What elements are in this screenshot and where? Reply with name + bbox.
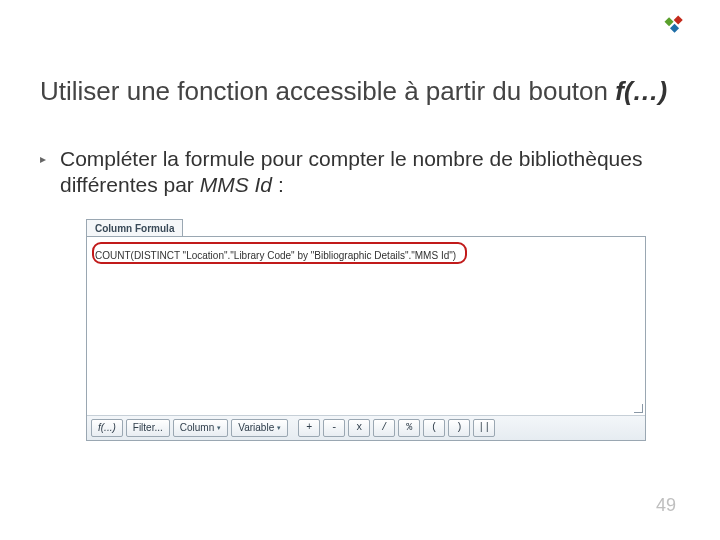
formula-panel: COUNT(DISTINCT "Location"."Library Code"… xyxy=(86,236,646,441)
op-minus-button[interactable]: - xyxy=(323,419,345,437)
variable-label: Variable xyxy=(238,422,274,434)
bullet-emph: MMS Id xyxy=(200,173,272,196)
op-rparen-button[interactable]: ) xyxy=(448,419,470,437)
op-lparen-button[interactable]: ( xyxy=(423,419,445,437)
formula-toolbar: f(...) Filter... Column▾ Variable▾ + - x… xyxy=(87,415,645,440)
chevron-down-icon: ▾ xyxy=(217,424,221,432)
op-divide-button[interactable]: / xyxy=(373,419,395,437)
op-label: % xyxy=(406,422,412,434)
formula-row: COUNT(DISTINCT "Location"."Library Code"… xyxy=(95,245,637,263)
fn-button[interactable]: f(...) xyxy=(91,419,123,437)
bullet-prefix: Compléter la formule pour compter le nom… xyxy=(60,147,642,196)
logo-icon xyxy=(664,14,686,36)
svg-rect-0 xyxy=(665,17,674,26)
fn-label: f(...) xyxy=(98,422,116,434)
op-label: ( xyxy=(431,422,437,434)
bullet-suffix: : xyxy=(272,173,284,196)
slide: Utiliser une fonction accessible à parti… xyxy=(0,0,720,540)
op-label: + xyxy=(306,422,312,434)
brand-logo xyxy=(664,14,686,36)
op-plus-button[interactable]: + xyxy=(298,419,320,437)
title-text: Utiliser une fonction accessible à parti… xyxy=(40,76,615,106)
title-emph: f(…) xyxy=(615,76,667,106)
bullet-text: Compléter la formule pour compter le nom… xyxy=(60,146,680,199)
bullet-marker: ▸ xyxy=(40,152,46,166)
column-label: Column xyxy=(180,422,214,434)
formula-textarea[interactable]: COUNT(DISTINCT "Location"."Library Code"… xyxy=(87,237,645,415)
variable-button[interactable]: Variable▾ xyxy=(231,419,288,437)
panel-tab[interactable]: Column Formula xyxy=(86,219,183,236)
op-label: - xyxy=(331,422,337,434)
column-button[interactable]: Column▾ xyxy=(173,419,228,437)
svg-rect-1 xyxy=(674,15,683,24)
op-label: x xyxy=(356,422,362,434)
op-times-button[interactable]: x xyxy=(348,419,370,437)
page-number: 49 xyxy=(656,495,676,516)
op-label: || xyxy=(478,422,490,434)
bullet-item: ▸ Compléter la formule pour compter le n… xyxy=(40,146,680,199)
filter-button[interactable]: Filter... xyxy=(126,419,170,437)
resize-handle-icon[interactable] xyxy=(633,403,643,413)
chevron-down-icon: ▾ xyxy=(277,424,281,432)
filter-label: Filter... xyxy=(133,422,163,434)
op-label: / xyxy=(381,422,387,434)
slide-title: Utiliser une fonction accessible à parti… xyxy=(40,76,680,107)
formula-editor-figure: Column Formula COUNT(DISTINCT "Location"… xyxy=(86,218,646,441)
op-label: ) xyxy=(456,422,462,434)
formula-text: COUNT(DISTINCT "Location"."Library Code"… xyxy=(95,250,456,261)
svg-rect-2 xyxy=(670,24,679,33)
op-concat-button[interactable]: || xyxy=(473,419,495,437)
op-percent-button[interactable]: % xyxy=(398,419,420,437)
